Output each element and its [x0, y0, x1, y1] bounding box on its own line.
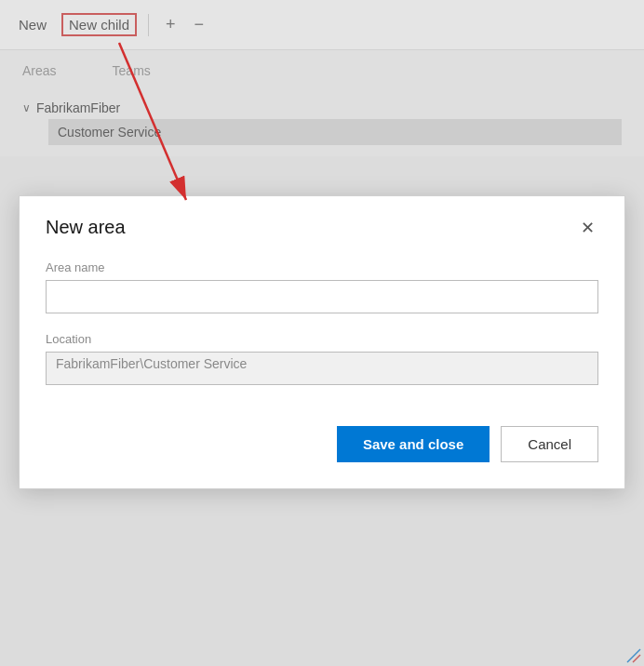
location-value: FabrikamFiber\Customer Service: [46, 352, 598, 385]
dialog-close-button[interactable]: ✕: [577, 218, 598, 238]
save-and-close-button[interactable]: Save and close: [337, 426, 490, 462]
location-group: Location FabrikamFiber\Customer Service: [46, 332, 598, 385]
new-area-dialog: New area ✕ Area name Location FabrikamFi…: [19, 195, 625, 489]
area-name-input[interactable]: [46, 280, 598, 313]
area-name-group: Area name: [46, 260, 598, 313]
dialog-footer: Save and close Cancel: [20, 411, 624, 488]
location-label: Location: [46, 332, 598, 346]
cancel-button[interactable]: Cancel: [501, 426, 598, 462]
dialog-title: New area: [46, 217, 126, 238]
dialog-header: New area ✕: [20, 196, 624, 246]
area-name-label: Area name: [46, 260, 598, 274]
dialog-body: Area name Location FabrikamFiber\Custome…: [20, 246, 624, 411]
